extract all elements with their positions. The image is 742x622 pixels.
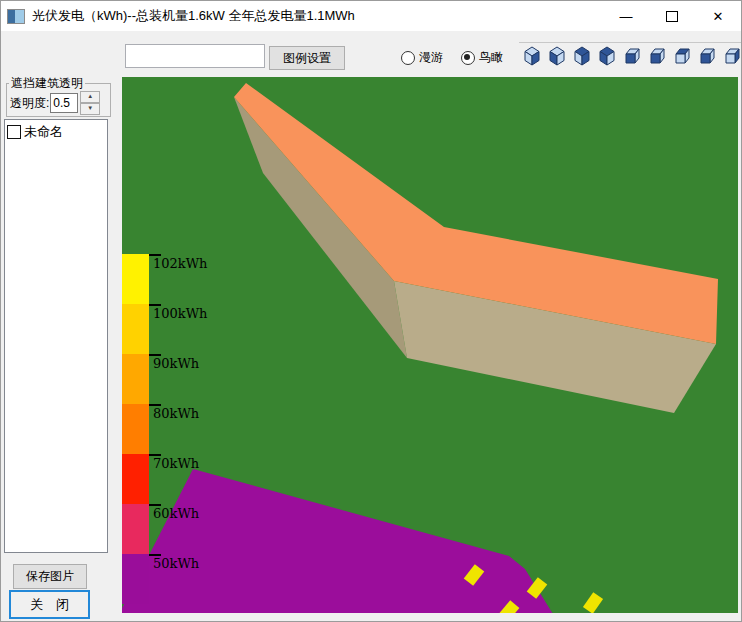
pv-field-surface	[122, 469, 553, 613]
group-title: 遮挡建筑透明	[9, 75, 85, 92]
iso-corner-view-1-icon[interactable]	[522, 46, 542, 66]
opacity-stepper: ▲ ▼	[80, 91, 100, 115]
layer-checkbox[interactable]	[7, 125, 21, 139]
close-button[interactable]: 关 闭	[9, 590, 90, 619]
iso-corner-view-4-icon[interactable]	[597, 46, 617, 66]
iso-corner-view-2-icon[interactable]	[547, 46, 567, 66]
legend-tick-label: 60kWh	[153, 506, 199, 521]
spin-up-icon[interactable]: ▲	[80, 91, 100, 103]
layer-label: 未命名	[24, 123, 63, 141]
legend-tick-label: 70kWh	[153, 456, 199, 471]
radio-roam-label: 漫游	[419, 49, 443, 66]
iso-corner-view-3-icon[interactable]	[572, 46, 592, 66]
legend-segment	[122, 404, 149, 454]
legend-segment	[122, 504, 149, 554]
window-title: 光伏发电（kWh)--总装机量1.6kW 全年总发电量1.1MWh	[32, 7, 355, 25]
face-view-4-icon[interactable]	[697, 46, 717, 66]
face-view-1-icon[interactable]	[622, 46, 642, 66]
titlebar: 光伏发电（kWh)--总装机量1.6kW 全年总发电量1.1MWh — ✕	[1, 1, 741, 31]
opacity-input[interactable]	[50, 93, 78, 113]
legend-settings-button[interactable]: 图例设置	[269, 46, 345, 70]
legend-tick-label: 102kWh	[153, 256, 207, 271]
filter-input[interactable]	[125, 44, 265, 68]
maximize-icon	[666, 11, 678, 22]
legend-tick-label: 80kWh	[153, 406, 199, 421]
color-legend-bar	[122, 254, 149, 604]
legend-segment	[122, 454, 149, 504]
legend-segment	[122, 254, 149, 304]
spin-down-icon[interactable]: ▼	[80, 103, 100, 115]
app-icon	[7, 9, 25, 24]
face-view-3-icon[interactable]	[672, 46, 692, 66]
save-image-button[interactable]: 保存图片	[13, 564, 87, 589]
face-view-5-icon[interactable]	[722, 46, 742, 66]
opacity-label: 透明度:	[10, 95, 49, 112]
legend-tick-label: 90kWh	[153, 356, 199, 371]
legend-tick-label: 50kWh	[153, 556, 199, 571]
close-window-button[interactable]: ✕	[695, 1, 741, 31]
legend-segment	[122, 554, 149, 604]
occluder-transparency-group: 遮挡建筑透明 透明度: ▲ ▼	[6, 83, 111, 117]
view-mode-group: 漫游 鸟瞰	[401, 49, 503, 66]
radio-birdseye-label: 鸟瞰	[479, 49, 503, 66]
app-window: 光伏发电（kWh)--总装机量1.6kW 全年总发电量1.1MWh — ✕ 图例…	[0, 0, 742, 622]
pv-panel-marker	[583, 592, 603, 613]
radio-birdseye[interactable]: 鸟瞰	[461, 49, 503, 66]
view-icon-strip	[522, 46, 742, 66]
3d-viewport[interactable]: 102kWh100kWh90kWh80kWh70kWh60kWh50kWh	[122, 77, 738, 613]
legend-tick-label: 100kWh	[153, 306, 207, 321]
toolbar-separator	[519, 42, 741, 43]
radio-roam[interactable]: 漫游	[401, 49, 443, 66]
face-view-2-icon[interactable]	[647, 46, 667, 66]
legend-segment	[122, 304, 149, 354]
maximize-button[interactable]	[649, 1, 695, 31]
scene-canvas	[122, 77, 738, 613]
legend-segment	[122, 354, 149, 404]
minimize-button[interactable]: —	[603, 1, 649, 31]
layer-list: 未命名	[4, 119, 108, 553]
list-item[interactable]: 未命名	[5, 120, 107, 144]
radio-birdseye-icon	[461, 51, 475, 65]
radio-roam-icon	[401, 51, 415, 65]
